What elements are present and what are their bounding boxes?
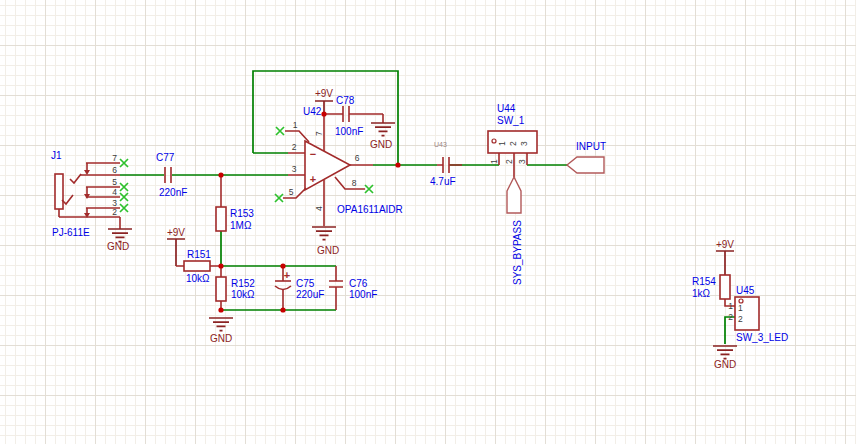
u44-part: SW_1	[497, 115, 525, 126]
r153-value: 1MΩ	[230, 220, 252, 231]
u42-refdes: U42	[303, 106, 322, 117]
junction-dot	[321, 111, 326, 116]
gnd-label: GND	[107, 241, 129, 252]
u45-pin1-number: 1	[728, 301, 733, 311]
u44-pin3-number: 3	[517, 159, 527, 164]
c77-refdes: C77	[156, 152, 175, 163]
r153-refdes: R153	[230, 208, 254, 219]
capacitor-u43[interactable]: U43 4.7uF	[430, 141, 462, 187]
connector-j1[interactable]: J1 PJ-611E 7 6 5 4 3 2	[51, 150, 120, 238]
resistor-r152[interactable]: R152 10kΩ	[216, 266, 255, 310]
no-connect-icon	[120, 159, 128, 167]
jack-contact-checks	[62, 174, 81, 204]
opamp-plus-sign: +	[310, 173, 316, 185]
no-connect-icon	[120, 183, 128, 191]
port-input[interactable]: INPUT	[567, 141, 606, 173]
junction-dot	[395, 162, 400, 167]
r151-refdes: R151	[187, 249, 211, 260]
power-9v-label: +9V	[716, 239, 734, 250]
gnd-label: GND	[714, 359, 736, 370]
schematic-canvas[interactable]: J1 PJ-611E 7 6 5 4 3 2 GND C77 220nF R15…	[0, 0, 856, 444]
port-sys-bypass[interactable]: SYS_BYPASS	[507, 177, 523, 285]
no-connect-icon	[120, 193, 128, 201]
gnd-c78[interactable]: GND	[370, 123, 395, 150]
cap-plate-curved	[275, 286, 291, 290]
gnd-label: GND	[210, 333, 232, 344]
u44-pin2-number: 2	[504, 159, 514, 164]
junction-dot	[280, 307, 285, 312]
opamp-pin6-number: 6	[355, 153, 360, 163]
r152-refdes: R152	[231, 278, 255, 289]
gnd-label: GND	[370, 139, 392, 150]
u45-pin2-number: 2	[728, 312, 733, 322]
power-9v-label: +9V	[167, 227, 185, 238]
r152-value: 10kΩ	[231, 289, 255, 300]
cap-plates	[443, 157, 449, 173]
junction-dot	[280, 263, 285, 268]
no-connect-icon	[276, 127, 284, 135]
c78-value: 100nF	[335, 126, 363, 137]
wire-feedback-loop[interactable]	[253, 71, 398, 165]
capacitor-c76[interactable]: C76 100nF	[329, 266, 377, 310]
cap-plates	[329, 281, 343, 287]
u44-refdes: U44	[497, 103, 516, 114]
switch-u44[interactable]: 1 2 3 1 2 3 U44 SW_1	[488, 103, 537, 177]
power-9v-r154[interactable]: +9V	[716, 239, 734, 275]
junction-dot	[218, 172, 223, 177]
power-9v-r151[interactable]: +9V	[167, 227, 185, 266]
input-label: INPUT	[576, 141, 606, 152]
opamp-pin5-number: 5	[289, 187, 294, 197]
gnd-r152[interactable]: GND	[209, 318, 233, 344]
u43-refdes: U43	[434, 141, 447, 148]
junction-dot	[218, 263, 223, 268]
resistor-r153[interactable]: R153 1MΩ	[216, 175, 254, 231]
gnd-u45[interactable]: GND	[713, 346, 737, 370]
cap-plates	[343, 106, 349, 122]
no-connect-icon	[365, 185, 373, 193]
opamp-pin4-number: 4	[314, 206, 324, 211]
c76-refdes: C76	[349, 278, 368, 289]
resistor-body	[216, 277, 226, 301]
junction-dot	[218, 307, 223, 312]
port-shape	[567, 157, 604, 173]
u45-part: SW_3_LED	[736, 332, 788, 343]
sys-bypass-label: SYS_BYPASS	[512, 220, 523, 285]
j1-pin7-number: 7	[112, 153, 117, 163]
opamp-pin1-number: 1	[293, 120, 298, 130]
c77-value: 220nF	[159, 187, 187, 198]
r154-value: 1kΩ	[692, 288, 711, 299]
cap-leads	[324, 114, 383, 123]
c75-polarity-plus: +	[284, 269, 290, 281]
opamp-u42[interactable]: − + 1 2 3 5 6 8 7 4 U42 OPA1611AIDR	[283, 106, 403, 226]
u42-part: OPA1611AIDR	[337, 204, 403, 215]
r154-refdes: R154	[692, 276, 716, 287]
u45-pin1-name: 1	[738, 303, 743, 313]
c75-refdes: C75	[296, 278, 315, 289]
capacitor-c75[interactable]: + C75 220uF	[275, 266, 324, 310]
gnd-opamp[interactable]: GND	[312, 227, 339, 256]
gnd-j1[interactable]: GND	[107, 229, 132, 252]
u45-pin2-name: 2	[738, 314, 743, 324]
j1-pin2-number: 2	[112, 207, 117, 217]
resistor-r151[interactable]: R151 10kΩ	[176, 249, 221, 284]
resistor-body	[184, 261, 210, 271]
u44-pin1-number: 1	[489, 159, 499, 164]
wires[interactable]	[120, 71, 735, 344]
cap-plates	[165, 167, 171, 183]
gnd-label: GND	[317, 245, 339, 256]
opamp-minus-sign: −	[310, 148, 316, 160]
c78-refdes: C78	[336, 95, 355, 106]
no-erc-marks-j1	[120, 159, 128, 212]
switch-u45[interactable]: 1 2 1 2 U45 SW_3_LED	[728, 285, 788, 343]
resistor-body	[720, 275, 730, 299]
u43-value: 4.7uF	[430, 176, 456, 187]
c76-value: 100nF	[349, 289, 377, 300]
opamp-pin8-number: 8	[352, 178, 357, 188]
opamp-pin2-number: 2	[292, 142, 297, 152]
no-connect-icon	[275, 194, 283, 202]
jack-pins	[59, 163, 120, 229]
c75-value: 220uF	[296, 289, 324, 300]
opamp-pin7-number: 7	[314, 131, 324, 136]
switch-pins	[499, 153, 527, 177]
j1-pin6-number: 6	[112, 165, 117, 175]
